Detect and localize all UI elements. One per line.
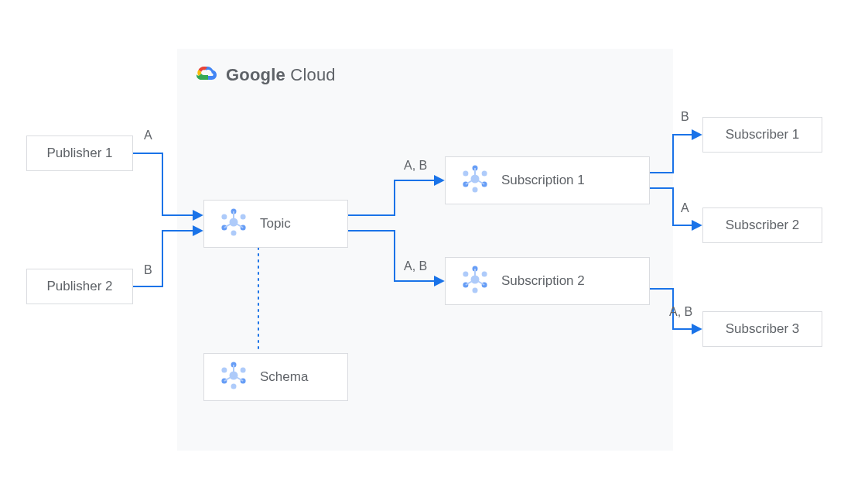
edge-label-topic-sub2: A, B: [404, 259, 427, 273]
subscription-1-label: Subscription 1: [501, 173, 585, 188]
topic-label: Topic: [260, 216, 291, 231]
subscriber-1-box: Subscriber 1: [702, 117, 822, 153]
subscription-1-box: Subscription 1: [445, 156, 650, 204]
google-cloud-logo-icon: [192, 63, 217, 87]
edge-label-sub1-s2: A: [681, 201, 689, 215]
subscriber-3-label: Subscriber 3: [726, 321, 799, 337]
edge-label-topic-sub1: A, B: [404, 159, 427, 173]
topic-box: Topic: [203, 200, 348, 248]
subscriber-2-label: Subscriber 2: [726, 218, 799, 233]
pubsub-icon: [460, 264, 490, 299]
subscription-2-label: Subscription 2: [501, 273, 585, 289]
subscriber-3-box: Subscriber 3: [702, 311, 822, 347]
pubsub-icon: [218, 207, 249, 242]
publisher-2-box: Publisher 2: [26, 269, 133, 304]
edge-label-sub2-s3: A, B: [669, 305, 692, 319]
cloud-header: Google Cloud: [192, 63, 336, 87]
publisher-2-label: Publisher 2: [46, 279, 112, 294]
brand-text: Google Cloud: [226, 65, 336, 85]
brand-light: Cloud: [290, 65, 335, 84]
subscription-2-box: Subscription 2: [445, 257, 650, 305]
diagram-stage: Google Cloud: [0, 0, 868, 487]
edge-label-pub1: A: [144, 129, 152, 142]
pubsub-icon: [460, 163, 490, 198]
subscriber-2-box: Subscriber 2: [702, 207, 822, 243]
edge-label-pub2: B: [144, 263, 152, 277]
publisher-1-label: Publisher 1: [46, 146, 112, 161]
schema-box: Schema: [203, 353, 348, 401]
edge-label-sub1-s1: B: [681, 110, 689, 124]
schema-label: Schema: [260, 369, 308, 385]
pubsub-icon: [218, 360, 249, 395]
publisher-1-box: Publisher 1: [26, 135, 133, 171]
subscriber-1-label: Subscriber 1: [726, 127, 799, 142]
brand-strong: Google: [226, 65, 285, 84]
